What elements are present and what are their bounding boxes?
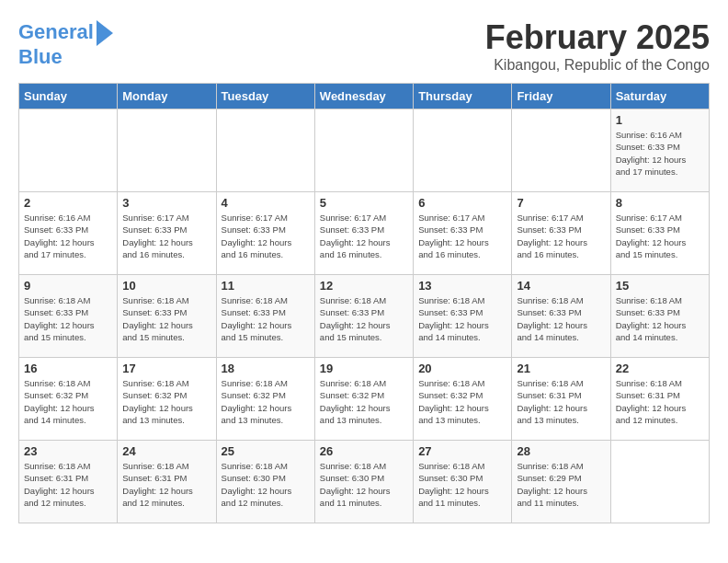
- day-cell: 7Sunrise: 6:17 AM Sunset: 6:33 PM Daylig…: [512, 192, 610, 275]
- day-cell: [512, 109, 610, 192]
- day-cell: 17Sunrise: 6:18 AM Sunset: 6:32 PM Dayli…: [118, 358, 216, 441]
- day-info: Sunrise: 6:18 AM Sunset: 6:33 PM Dayligh…: [122, 294, 210, 343]
- day-number: 20: [418, 362, 506, 375]
- header-friday: Friday: [512, 84, 610, 109]
- logo-blue: Blue: [18, 46, 63, 68]
- day-cell: 27Sunrise: 6:18 AM Sunset: 6:30 PM Dayli…: [414, 441, 512, 523]
- day-info: Sunrise: 6:18 AM Sunset: 6:31 PM Dayligh…: [517, 377, 605, 426]
- day-cell: 23Sunrise: 6:18 AM Sunset: 6:31 PM Dayli…: [19, 441, 118, 523]
- header-tuesday: Tuesday: [216, 84, 314, 109]
- week-row-1: 2Sunrise: 6:16 AM Sunset: 6:33 PM Daylig…: [19, 192, 710, 275]
- day-number: 19: [320, 362, 408, 375]
- day-number: 27: [418, 444, 506, 458]
- day-info: Sunrise: 6:18 AM Sunset: 6:31 PM Dayligh…: [122, 460, 210, 509]
- day-info: Sunrise: 6:16 AM Sunset: 6:33 PM Dayligh…: [24, 212, 112, 260]
- page-title: February 2025: [485, 18, 710, 57]
- day-info: Sunrise: 6:18 AM Sunset: 6:31 PM Dayligh…: [24, 460, 112, 509]
- day-number: 3: [122, 196, 210, 210]
- day-cell: [414, 109, 512, 192]
- header-sunday: Sunday: [19, 84, 118, 109]
- header-saturday: Saturday: [610, 84, 709, 109]
- day-info: Sunrise: 6:18 AM Sunset: 6:31 PM Dayligh…: [616, 377, 704, 426]
- day-cell: 4Sunrise: 6:17 AM Sunset: 6:33 PM Daylig…: [216, 192, 314, 275]
- day-number: 21: [517, 362, 605, 375]
- day-number: 22: [616, 362, 704, 375]
- day-number: 14: [517, 279, 605, 293]
- day-number: 1: [616, 113, 704, 127]
- day-info: Sunrise: 6:18 AM Sunset: 6:33 PM Dayligh…: [616, 294, 704, 343]
- day-info: Sunrise: 6:17 AM Sunset: 6:33 PM Dayligh…: [122, 212, 210, 260]
- calendar-table: SundayMondayTuesdayWednesdayThursdayFrid…: [18, 83, 710, 523]
- logo-arrow-icon: [97, 20, 113, 46]
- day-cell: 15Sunrise: 6:18 AM Sunset: 6:33 PM Dayli…: [610, 275, 709, 358]
- day-cell: 16Sunrise: 6:18 AM Sunset: 6:32 PM Dayli…: [19, 358, 118, 441]
- day-info: Sunrise: 6:17 AM Sunset: 6:33 PM Dayligh…: [517, 212, 605, 260]
- day-cell: [118, 109, 216, 192]
- day-info: Sunrise: 6:18 AM Sunset: 6:30 PM Dayligh…: [418, 460, 506, 509]
- day-cell: 25Sunrise: 6:18 AM Sunset: 6:30 PM Dayli…: [216, 441, 314, 523]
- day-cell: 14Sunrise: 6:18 AM Sunset: 6:33 PM Dayli…: [512, 275, 610, 358]
- logo-text: General: [18, 21, 94, 43]
- day-info: Sunrise: 6:18 AM Sunset: 6:29 PM Dayligh…: [517, 460, 605, 509]
- day-info: Sunrise: 6:18 AM Sunset: 6:33 PM Dayligh…: [418, 294, 506, 343]
- week-row-0: 1Sunrise: 6:16 AM Sunset: 6:33 PM Daylig…: [19, 109, 710, 192]
- day-number: 28: [517, 444, 605, 458]
- day-cell: [314, 109, 413, 192]
- day-cell: 19Sunrise: 6:18 AM Sunset: 6:32 PM Dayli…: [314, 358, 413, 441]
- day-cell: 1Sunrise: 6:16 AM Sunset: 6:33 PM Daylig…: [610, 109, 709, 192]
- day-cell: 3Sunrise: 6:17 AM Sunset: 6:33 PM Daylig…: [118, 192, 216, 275]
- day-info: Sunrise: 6:17 AM Sunset: 6:33 PM Dayligh…: [222, 212, 310, 260]
- day-cell: 2Sunrise: 6:16 AM Sunset: 6:33 PM Daylig…: [19, 192, 118, 275]
- day-info: Sunrise: 6:18 AM Sunset: 6:33 PM Dayligh…: [517, 294, 605, 343]
- day-cell: 13Sunrise: 6:18 AM Sunset: 6:33 PM Dayli…: [414, 275, 512, 358]
- day-number: 23: [24, 444, 112, 458]
- day-cell: 20Sunrise: 6:18 AM Sunset: 6:32 PM Dayli…: [414, 358, 512, 441]
- day-info: Sunrise: 6:17 AM Sunset: 6:33 PM Dayligh…: [616, 212, 704, 260]
- day-cell: 26Sunrise: 6:18 AM Sunset: 6:30 PM Dayli…: [314, 441, 413, 523]
- day-info: Sunrise: 6:18 AM Sunset: 6:30 PM Dayligh…: [222, 460, 310, 509]
- day-cell: [216, 109, 314, 192]
- day-info: Sunrise: 6:17 AM Sunset: 6:33 PM Dayligh…: [418, 212, 506, 260]
- day-info: Sunrise: 6:18 AM Sunset: 6:33 PM Dayligh…: [222, 294, 310, 343]
- day-cell: 12Sunrise: 6:18 AM Sunset: 6:33 PM Dayli…: [314, 275, 413, 358]
- day-number: 6: [418, 196, 506, 210]
- week-row-3: 16Sunrise: 6:18 AM Sunset: 6:32 PM Dayli…: [19, 358, 710, 441]
- day-number: 11: [222, 279, 310, 293]
- day-cell: 9Sunrise: 6:18 AM Sunset: 6:33 PM Daylig…: [19, 275, 118, 358]
- day-number: 18: [222, 362, 310, 375]
- day-info: Sunrise: 6:18 AM Sunset: 6:33 PM Dayligh…: [24, 294, 112, 343]
- day-cell: 18Sunrise: 6:18 AM Sunset: 6:32 PM Dayli…: [216, 358, 314, 441]
- day-number: 16: [24, 362, 112, 375]
- day-number: 25: [222, 444, 310, 458]
- day-number: 8: [616, 196, 704, 210]
- day-cell: [610, 441, 709, 523]
- header-monday: Monday: [118, 84, 216, 109]
- day-cell: 22Sunrise: 6:18 AM Sunset: 6:31 PM Dayli…: [610, 358, 709, 441]
- day-info: Sunrise: 6:18 AM Sunset: 6:30 PM Dayligh…: [320, 460, 408, 509]
- day-info: Sunrise: 6:18 AM Sunset: 6:33 PM Dayligh…: [320, 294, 408, 343]
- day-number: 9: [24, 279, 112, 293]
- calendar-header-row: SundayMondayTuesdayWednesdayThursdayFrid…: [19, 84, 710, 109]
- day-info: Sunrise: 6:18 AM Sunset: 6:32 PM Dayligh…: [418, 377, 506, 426]
- title-block: February 2025 Kibangou, Republic of the …: [485, 18, 710, 74]
- day-number: 15: [616, 279, 704, 293]
- day-number: 4: [222, 196, 310, 210]
- day-cell: 24Sunrise: 6:18 AM Sunset: 6:31 PM Dayli…: [118, 441, 216, 523]
- day-number: 10: [122, 279, 210, 293]
- day-info: Sunrise: 6:16 AM Sunset: 6:33 PM Dayligh…: [616, 129, 704, 178]
- day-cell: 21Sunrise: 6:18 AM Sunset: 6:31 PM Dayli…: [512, 358, 610, 441]
- day-cell: 28Sunrise: 6:18 AM Sunset: 6:29 PM Dayli…: [512, 441, 610, 523]
- logo: General Blue: [18, 18, 113, 68]
- day-number: 17: [122, 362, 210, 375]
- day-number: 7: [517, 196, 605, 210]
- week-row-4: 23Sunrise: 6:18 AM Sunset: 6:31 PM Dayli…: [19, 441, 710, 523]
- day-info: Sunrise: 6:18 AM Sunset: 6:32 PM Dayligh…: [24, 377, 112, 426]
- day-number: 5: [320, 196, 408, 210]
- day-cell: 8Sunrise: 6:17 AM Sunset: 6:33 PM Daylig…: [610, 192, 709, 275]
- day-number: 12: [320, 279, 408, 293]
- day-cell: 6Sunrise: 6:17 AM Sunset: 6:33 PM Daylig…: [414, 192, 512, 275]
- page-header: General Blue February 2025 Kibangou, Rep…: [18, 18, 710, 74]
- day-info: Sunrise: 6:18 AM Sunset: 6:32 PM Dayligh…: [122, 377, 210, 426]
- day-cell: 5Sunrise: 6:17 AM Sunset: 6:33 PM Daylig…: [314, 192, 413, 275]
- day-number: 24: [122, 444, 210, 458]
